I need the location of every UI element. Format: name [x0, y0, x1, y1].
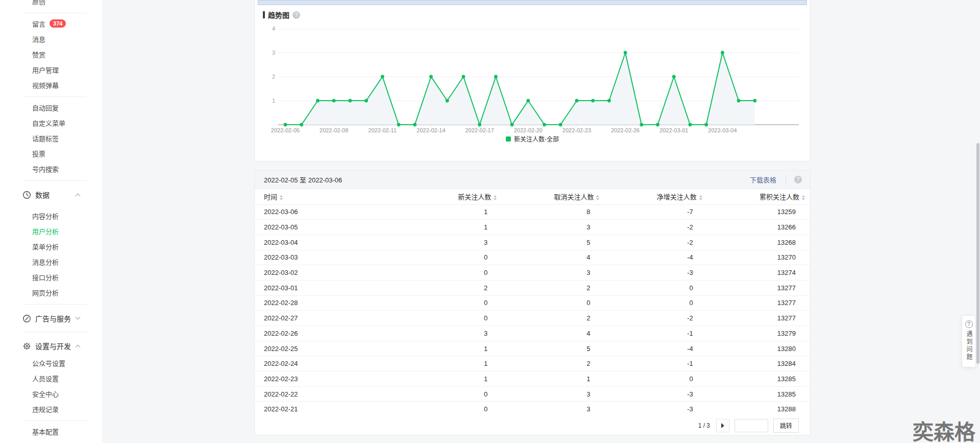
table-cell: -2 [604, 235, 707, 250]
scrollbar-thumb[interactable] [976, 143, 979, 364]
sidebar-item-message-analysis[interactable]: 消息分析 [0, 255, 102, 270]
data-point [737, 99, 741, 103]
column-header-new-followers[interactable]: 新关注人数 [399, 189, 502, 204]
sidebar-item-violation-records[interactable]: 违规记录 [0, 402, 102, 417]
sidebar-section-data[interactable]: 数据 [0, 184, 102, 205]
table-cell: 13277 [707, 311, 810, 326]
sidebar-item-label: 内容分析 [32, 213, 59, 220]
feedback-float-button[interactable]: ? 遇到问题 [962, 315, 976, 367]
sidebar-item-comments[interactable]: 留言374 [0, 17, 102, 32]
column-header-cumulative-followers[interactable]: 累积关注人数 [707, 189, 810, 204]
feedback-label: 遇到问题 [966, 331, 972, 361]
sidebar-item-staff-settings[interactable]: 人员设置 [0, 371, 102, 387]
y-tick-label: 3 [267, 50, 275, 56]
table-cell: 2022-02-27 [255, 311, 399, 326]
sidebar-item-label: 赞赏 [32, 51, 45, 59]
sidebar-item-web-analysis[interactable]: 网页分析 [0, 286, 102, 301]
sidebar-item-basic-config[interactable]: 基本配置 [0, 425, 102, 440]
sidebar-item-api-analysis[interactable]: 接口分析 [0, 270, 102, 286]
table-cell: 0 [399, 250, 502, 265]
sidebar-item-label: 自动回复 [32, 104, 59, 112]
column-header-label: 取消关注人数 [554, 193, 594, 201]
sidebar-item-content-analysis[interactable]: 内容分析 [0, 209, 102, 224]
page-jump-button[interactable]: 跳转 [773, 418, 799, 433]
sidebar-item-rewards[interactable]: 赞赏 [0, 48, 102, 63]
data-point [689, 123, 692, 127]
column-header-label: 累积关注人数 [760, 193, 799, 201]
table-cell: 13285 [707, 371, 810, 387]
table-cell: 13274 [707, 265, 810, 281]
sidebar-section-settings-dev[interactable]: 设置与开发 [0, 336, 102, 356]
gear-icon [22, 342, 31, 351]
data-point [624, 51, 627, 55]
sidebar-divider [23, 180, 87, 181]
x-tick-label: 2022-02-23 [562, 127, 591, 133]
column-header-net-followers[interactable]: 净增关注人数 [604, 189, 707, 204]
sidebar-item-auto-reply[interactable]: 自动回复 [0, 101, 102, 116]
column-header-label: 时间 [264, 193, 277, 201]
x-tick-label: 2022-03-01 [659, 127, 688, 133]
table-cell: 2022-02-21 [255, 402, 399, 417]
sidebar-item-messages[interactable]: 消息 [0, 32, 102, 48]
next-page-button[interactable] [716, 419, 729, 432]
chevron-up-icon [76, 345, 81, 350]
sidebar-item-label: 用户管理 [32, 66, 59, 74]
table-cell: 2 [502, 311, 604, 326]
sidebar-item-menu-analysis[interactable]: 菜单分析 [0, 240, 102, 255]
table-cell: 0 [604, 295, 707, 311]
table-cell: 2022-03-06 [255, 204, 399, 220]
sidebar-divider [23, 332, 87, 332]
sidebar-section-label: 广告与服务 [35, 313, 71, 323]
table-row: 2022-03-0122013277 [255, 280, 810, 295]
table-row: 2022-03-0203-313274 [255, 265, 810, 281]
data-point [656, 123, 659, 127]
table-cell: 0 [604, 371, 707, 387]
sidebar-item-label: 原创 [32, 0, 45, 6]
data-point [704, 123, 708, 127]
sidebar-item-custom-menu[interactable]: 自定义菜单 [0, 116, 102, 131]
table-row: 2022-03-0435-213268 [255, 235, 810, 250]
compass-icon [22, 314, 31, 323]
arrow-right-icon [721, 423, 724, 428]
sort-carets-icon [494, 195, 497, 200]
sidebar-item-video-danmu[interactable]: 视频弹幕 [0, 78, 102, 94]
page-jump-input[interactable] [734, 419, 768, 432]
table-help-icon[interactable]: ? [794, 176, 802, 183]
watermark-logo: 奕森格 [913, 415, 975, 443]
follower-table-card: 2022-02-05 至 2022-03-06 下载表格 ? 时间新关注人数取消… [254, 170, 811, 435]
table-cell: 13270 [707, 250, 810, 265]
legend-swatch [506, 136, 511, 142]
sidebar-item-security-center[interactable]: 安全中心 [0, 387, 102, 402]
table-cell: 3 [399, 235, 502, 250]
sidebar-section-label: 数据 [35, 190, 50, 200]
table-cell: -1 [604, 326, 707, 341]
chart-help-icon[interactable]: ? [292, 11, 300, 19]
sidebar-item-user-analysis[interactable]: 用户分析 [0, 224, 102, 240]
sidebar-item-label: 视频弹幕 [32, 82, 59, 89]
y-tick-label: 2 [267, 74, 275, 80]
sidebar-item-account-settings[interactable]: 公众号设置 [0, 356, 102, 371]
table-cell: 1 [399, 371, 502, 387]
column-header-unfollowers[interactable]: 取消关注人数 [502, 189, 604, 204]
table-cell: -2 [604, 220, 707, 235]
download-table-button[interactable]: 下载表格 [741, 175, 786, 184]
table-cell: 13266 [707, 220, 810, 235]
table-cell: 3 [502, 220, 604, 235]
sidebar-item-in-account-search[interactable]: 号内搜索 [0, 162, 102, 177]
sidebar-section-ads-services[interactable]: 广告与服务 [0, 308, 102, 329]
column-header-time[interactable]: 时间 [255, 189, 399, 204]
table-cell: 2022-02-23 [255, 371, 399, 387]
sidebar-item-topic-tags[interactable]: 话题标签 [0, 131, 102, 147]
sort-carets-icon [802, 195, 805, 200]
sidebar-item-voting[interactable]: 投票 [0, 147, 102, 162]
data-point [429, 75, 433, 79]
sidebar-item-user-management[interactable]: 用户管理 [0, 63, 102, 78]
sort-carets-icon [699, 195, 702, 200]
data-point [332, 99, 336, 103]
sidebar-item-original[interactable]: 原创 [0, 0, 102, 10]
table-cell: -2 [604, 311, 707, 326]
sidebar-item-label: 网页分析 [32, 289, 59, 297]
sort-carets-icon [596, 195, 599, 200]
table-cell: 0 [399, 311, 502, 326]
sidebar-menu: 原创留言374消息赞赏用户管理视频弹幕自动回复自定义菜单话题标签投票号内搜索数据… [0, 0, 102, 440]
